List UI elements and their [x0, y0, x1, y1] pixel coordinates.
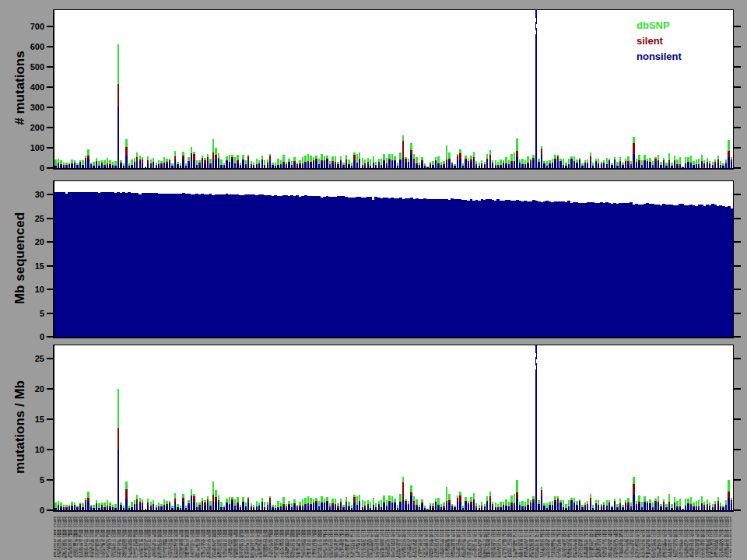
bar-segment-nonsilent: [185, 166, 187, 168]
bar-segment-nonsilent: [264, 508, 265, 510]
bar-segment-dbSNP: [153, 500, 154, 504]
bar-segment-nonsilent: [359, 160, 360, 168]
bar-segment-silent: [457, 498, 458, 502]
bar-segment-silent: [63, 165, 65, 166]
bar-segment-nonsilent: [563, 166, 564, 168]
bar-segment-silent: [87, 498, 89, 501]
coverage-bar: [500, 201, 503, 337]
bar-segment-dbSNP: [145, 166, 146, 167]
bar-segment-dbSNP: [240, 163, 241, 165]
bar-segment-silent: [107, 163, 108, 166]
bar-segment-silent: [510, 161, 512, 163]
bar-segment-silent: [188, 503, 189, 505]
coverage-bar: [364, 198, 367, 337]
bar-segment-nonsilent: [136, 162, 138, 168]
bar-segment-nonsilent: [627, 164, 629, 168]
bar-segment-dbSNP: [696, 159, 697, 164]
coverage-bar: [353, 198, 356, 337]
bar-segment-dbSNP: [107, 500, 108, 506]
coverage-bar: [307, 196, 310, 337]
bar-segment-nonsilent: [481, 507, 482, 510]
bar-segment-dbSNP: [728, 140, 729, 151]
bar-segment-dbSNP: [101, 502, 103, 505]
bar-segment-dbSNP: [448, 494, 450, 500]
bar-segment-dbSNP: [237, 155, 238, 160]
coverage-bar: [293, 196, 296, 337]
bar-segment-dbSNP: [532, 155, 534, 158]
bar-segment-silent: [627, 161, 629, 164]
bar-segment-nonsilent: [231, 502, 233, 510]
bar-segment-dbSNP: [286, 162, 287, 164]
bar-segment-silent: [139, 159, 141, 161]
bar-segment-nonsilent: [156, 508, 157, 510]
bar-segment-nonsilent: [590, 161, 591, 168]
bar-segment-silent: [500, 165, 501, 166]
bar-segment-dbSNP: [348, 159, 349, 164]
bar-segment-dbSNP: [394, 156, 395, 159]
bar-segment-dbSNP: [468, 501, 469, 503]
coverage-bar: [478, 201, 481, 337]
bar-segment-silent: [171, 508, 173, 509]
y-tick-mark: [733, 107, 741, 108]
coverage-bar: [605, 202, 608, 337]
y-tick-mark: [733, 46, 741, 47]
bar-segment-nonsilent: [54, 508, 56, 510]
bar-segment-silent: [136, 157, 138, 162]
bar-segment-dbSNP: [277, 501, 279, 508]
coverage-bar: [204, 194, 207, 337]
bar-segment-dbSNP: [573, 156, 575, 161]
bar-segment-dbSNP: [96, 500, 97, 503]
bar-segment-dbSNP: [198, 502, 200, 505]
bar-segment-nonsilent: [93, 166, 94, 168]
bar-segment-dbSNP: [720, 161, 721, 165]
bar-segment-dbSNP: [207, 496, 209, 499]
bar-segment-dbSNP: [437, 156, 439, 163]
bar-segment-dbSNP: [530, 159, 531, 160]
bar-segment-silent: [416, 505, 417, 507]
bar-segment-nonsilent: [595, 162, 597, 168]
bar-segment-dbSNP: [188, 157, 189, 160]
bar-segment-nonsilent: [399, 502, 401, 510]
bar-segment-silent: [709, 163, 710, 164]
bar-segment-dbSNP: [348, 502, 349, 506]
bar-segment-silent: [193, 496, 195, 502]
bar-segment-silent: [223, 165, 225, 166]
bar-segment-nonsilent: [342, 166, 344, 168]
coverage-bar: [282, 195, 286, 337]
bar-segment-nonsilent: [527, 164, 528, 168]
bar-segment-nonsilent: [636, 506, 637, 510]
bar-segment-dbSNP: [139, 498, 141, 502]
y-tick-label: 100: [30, 143, 44, 152]
bar-segment-dbSNP: [218, 153, 219, 158]
bar-segment-nonsilent: [381, 166, 382, 168]
bar-segment-silent: [58, 505, 59, 506]
bar-segment-dbSNP: [299, 502, 300, 506]
coverage-bar: [440, 199, 443, 337]
coverage-bar: [717, 206, 720, 337]
bar-segment-dbSNP: [388, 495, 390, 501]
bar-segment-silent: [307, 161, 309, 163]
bar-segment-dbSNP: [370, 502, 371, 507]
bar-segment-silent: [142, 159, 143, 163]
bar-segment-nonsilent: [503, 163, 504, 168]
bar-segment-nonsilent: [503, 506, 504, 510]
bar-segment-silent: [321, 502, 322, 503]
bar-segment-dbSNP: [722, 163, 724, 165]
bar-segment-dbSNP: [627, 156, 629, 161]
coverage-bar: [454, 199, 457, 337]
y-tick-label: 0: [40, 332, 44, 341]
bar-segment-nonsilent: [590, 502, 591, 510]
bar-segment-nonsilent: [242, 160, 244, 168]
bar-segment-silent: [685, 163, 686, 164]
coverage-bar: [263, 195, 266, 337]
bar-segment-silent: [722, 507, 724, 508]
bar-segment-dbSNP: [131, 159, 132, 165]
coverage-bar: [100, 192, 103, 337]
coverage-bar: [481, 199, 484, 337]
bar-segment-nonsilent: [79, 163, 81, 168]
coverage-bar: [532, 200, 535, 337]
bar-segment-dbSNP: [282, 155, 284, 162]
bar-segment-dbSNP: [568, 159, 570, 165]
bar-segment-nonsilent: [495, 508, 496, 510]
bar-segment-dbSNP: [191, 489, 192, 495]
